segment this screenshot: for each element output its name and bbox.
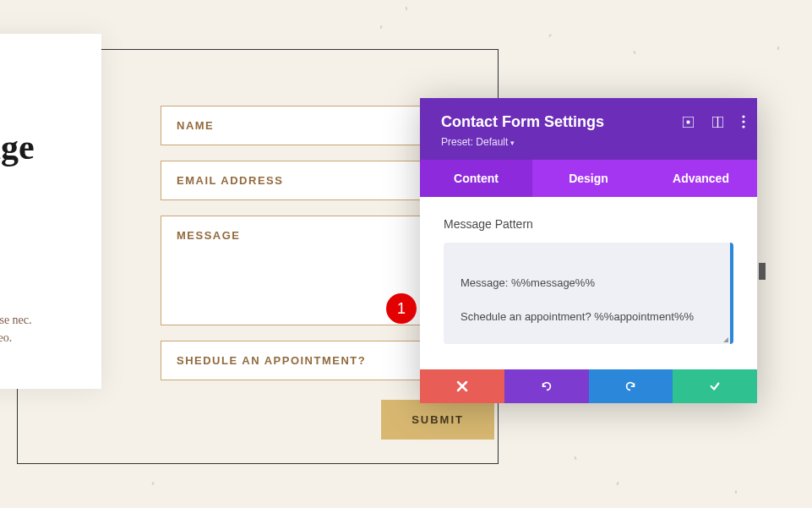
side-tab-icon[interactable] (759, 263, 766, 280)
message-pattern-label: Message Pattern (444, 217, 733, 231)
check-icon (709, 380, 721, 392)
expand-icon[interactable] (683, 117, 694, 128)
panel-header[interactable]: Contact Form Settings Preset: Default (420, 98, 757, 160)
save-button[interactable] (673, 369, 757, 403)
undo-icon (541, 380, 553, 392)
message-pattern-textarea[interactable]: Message: %%message%% Schedule an appoint… (444, 243, 733, 344)
svg-point-6 (742, 125, 744, 128)
close-icon (456, 380, 468, 392)
redo-button[interactable] (589, 369, 673, 403)
submit-button[interactable]: SUBMIT (381, 400, 494, 440)
preset-dropdown[interactable]: Preset: Default (441, 136, 740, 148)
page-description: itasse nec. ic leo. (0, 311, 84, 347)
panel-footer (420, 369, 757, 403)
svg-point-5 (742, 120, 744, 123)
pattern-line-1: Message: %%message%% (460, 275, 713, 292)
panel-tabs: Content Design Advanced (420, 160, 757, 197)
columns-icon[interactable] (712, 117, 723, 128)
tab-design[interactable]: Design (532, 160, 645, 197)
tab-content[interactable]: Content (420, 160, 532, 197)
heading-card: age itasse nec. ic leo. (0, 34, 101, 389)
settings-panel: Contact Form Settings Preset: Default Co… (420, 98, 757, 403)
pattern-line-2: Schedule an appointment? %%appointment%% (460, 309, 713, 325)
page-heading: age (0, 127, 84, 167)
annotation-badge-1: 1 (386, 293, 417, 324)
more-icon[interactable] (742, 115, 745, 128)
undo-button[interactable] (504, 369, 589, 403)
close-button[interactable] (420, 369, 504, 403)
panel-body: Message Pattern Message: %%message%% Sch… (420, 197, 757, 369)
svg-point-4 (742, 115, 744, 117)
tab-advanced[interactable]: Advanced (645, 160, 757, 197)
redo-icon (624, 380, 636, 392)
svg-rect-1 (687, 120, 690, 123)
